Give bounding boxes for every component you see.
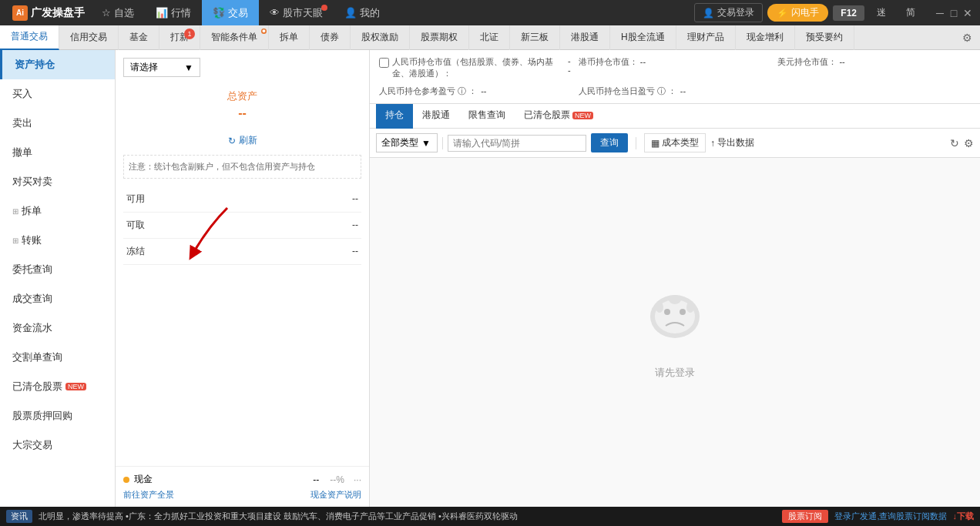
tab-putong[interactable]: 普通交易 bbox=[0, 25, 59, 50]
sidebar-item-pledge[interactable]: 股票质押回购 bbox=[0, 401, 115, 431]
sidebar-item-assets[interactable]: 资产持仓 bbox=[0, 50, 115, 79]
right-tab-position[interactable]: 持仓 bbox=[376, 104, 413, 129]
logo-icon: Ai bbox=[12, 5, 28, 21]
minimize-button[interactable]: ─ bbox=[934, 7, 946, 19]
restore-button[interactable]: □ bbox=[948, 7, 960, 19]
cleared-badge: NEW bbox=[65, 383, 86, 390]
tab-hgu[interactable]: H股全流通 bbox=[610, 25, 676, 50]
sidebar-item-transfer[interactable]: ⊞ 转账 bbox=[0, 226, 115, 255]
nav-wode[interactable]: 👤 我的 bbox=[334, 0, 391, 25]
nav-jiaoyi[interactable]: 💱 交易 bbox=[202, 0, 259, 25]
sidebar-item-dealquery[interactable]: 成交查询 bbox=[0, 284, 115, 313]
zixuan-icon: ☆ bbox=[102, 7, 111, 18]
day-profit-label: 人民币持仓当日盈亏 ⓘ ： bbox=[579, 86, 676, 95]
tab-zhinen-label: 智能条件单 bbox=[211, 31, 257, 44]
tab-xinyong-label: 信用交易 bbox=[70, 31, 107, 44]
flash-button[interactable]: ⚡ 闪电手 bbox=[767, 4, 828, 22]
nav-hangqing[interactable]: 📊 行情 bbox=[145, 0, 202, 25]
jian-button[interactable]: 简 bbox=[898, 4, 923, 22]
login-label: 交易登录 bbox=[717, 6, 754, 19]
sidebar-item-fundflow[interactable]: 资金流水 bbox=[0, 313, 115, 343]
tab-xianjin[interactable]: 现金增利 bbox=[736, 25, 795, 50]
tab-licai[interactable]: 理财产品 bbox=[676, 25, 736, 50]
cost-btn-label: 成本类型 bbox=[662, 136, 699, 149]
total-assets-section: 总资产 -- bbox=[123, 83, 361, 129]
asset-row-frozen: 冻结 -- bbox=[123, 239, 361, 265]
subscribe-button[interactable]: 股票订阅 bbox=[782, 510, 828, 523]
tab-zhinen[interactable]: 智能条件单 ● bbox=[200, 25, 269, 50]
type-select[interactable]: 全部类型 ▼ bbox=[376, 133, 438, 152]
mi-button[interactable]: 迷 bbox=[869, 4, 894, 22]
sidebar-item-cancel[interactable]: 撤单 bbox=[0, 138, 115, 167]
login-link[interactable]: 登录广发通,查询股票订阅数据 ↓下载 bbox=[834, 511, 974, 522]
withdrawable-label: 可取 bbox=[126, 219, 145, 232]
daxin-badge: 1 bbox=[184, 28, 195, 39]
sidebar-item-settlement[interactable]: 交割单查询 bbox=[0, 343, 115, 372]
export-button[interactable]: ↑ 导出数据 bbox=[710, 136, 754, 149]
right-tab-restricted[interactable]: 限售查询 bbox=[459, 104, 515, 129]
tab-chaiDan-label: 拆单 bbox=[280, 31, 298, 44]
app-name: 广发操盘手 bbox=[31, 6, 85, 20]
tab-zhaiquan[interactable]: 债券 bbox=[310, 25, 351, 50]
cash-more-icon[interactable]: ··· bbox=[354, 474, 361, 485]
settings-icon-btn[interactable]: ⚙ bbox=[964, 137, 974, 149]
cash-label: 现金 bbox=[134, 473, 153, 486]
pledge-label: 股票质押回购 bbox=[12, 409, 72, 423]
nav-hangqing-label: 行情 bbox=[171, 6, 191, 20]
sidebar-item-buy[interactable]: 买入 bbox=[0, 79, 115, 109]
title-bar: Ai 广发操盘手 ☆ 自选 📊 行情 💱 交易 👁 股市天眼 👤 我的 👤 交易… bbox=[0, 0, 980, 25]
cost-button[interactable]: ▦ 成本类型 bbox=[644, 133, 706, 152]
sidebar-item-entrustquery[interactable]: 委托查询 bbox=[0, 255, 115, 284]
tab-settings-icon[interactable]: ⚙ bbox=[955, 32, 980, 44]
query-button[interactable]: 查询 bbox=[591, 133, 628, 152]
transfer-label: 转账 bbox=[22, 233, 42, 247]
tab-jijin[interactable]: 基金 bbox=[119, 25, 159, 50]
tab-yushou[interactable]: 预受要约 bbox=[795, 25, 854, 50]
nav-gushitianya[interactable]: 👁 股市天眼 bbox=[259, 0, 334, 25]
tab-qiquan[interactable]: 股票期权 bbox=[410, 25, 469, 50]
tab-beizheng[interactable]: 北证 bbox=[469, 25, 510, 50]
close-button[interactable]: ✕ bbox=[962, 7, 974, 19]
tab-gangutong[interactable]: 港股通 bbox=[560, 25, 610, 50]
account-select[interactable]: 请选择 ▼ bbox=[123, 58, 200, 77]
tab-xinsanban[interactable]: 新三板 bbox=[510, 25, 560, 50]
code-input[interactable] bbox=[448, 135, 586, 152]
login-button[interactable]: 👤 交易登录 bbox=[694, 3, 763, 22]
sidebar-item-chaiDan2[interactable]: ⊞ 拆单 bbox=[0, 196, 115, 226]
sidebar-item-cleared[interactable]: 已清仓股票 NEW bbox=[0, 372, 115, 401]
sidebar-item-block[interactable]: 大宗交易 bbox=[0, 431, 115, 460]
total-assets-label: 总资产 bbox=[123, 89, 361, 103]
info-rmb-value: -- bbox=[568, 56, 572, 75]
cash-row: 现金 -- --% ··· bbox=[123, 473, 361, 486]
refresh-icon-btn[interactable]: ↻ bbox=[950, 137, 959, 149]
link-cash-explain[interactable]: 现金资产说明 bbox=[310, 489, 361, 501]
select-row: 请选择 ▼ bbox=[123, 58, 361, 77]
tab-xianjin-label: 现金增利 bbox=[747, 31, 784, 44]
dropdown-arrow: ▼ bbox=[184, 62, 193, 73]
right-tab-hkstock[interactable]: 港股通 bbox=[413, 104, 459, 129]
tab-chaiDan[interactable]: 拆单 bbox=[269, 25, 310, 50]
svg-point-6 bbox=[656, 302, 663, 313]
sidebar-item-buysell[interactable]: 对买对卖 bbox=[0, 167, 115, 196]
sidebar-item-sell[interactable]: 卖出 bbox=[0, 109, 115, 138]
right-icons: ↻ ⚙ bbox=[950, 137, 974, 149]
link-asset-landscape[interactable]: 前往资产全景 bbox=[123, 489, 174, 501]
right-panel: 人民币持仓市值（包括股票、债券、场内基金、港股通）： -- 港币持仓市值： --… bbox=[370, 50, 980, 507]
refresh-button[interactable]: ↻ 刷新 bbox=[123, 134, 361, 147]
withdrawable-value: -- bbox=[352, 219, 358, 230]
type-select-arrow: ▼ bbox=[421, 138, 431, 149]
ref-profit-label: 人民币持仓参考盈亏 ⓘ ： bbox=[379, 86, 477, 95]
tab-daxin[interactable]: 打新 1 bbox=[159, 25, 200, 50]
export-icon: ↑ bbox=[710, 138, 715, 149]
tab-xinyong[interactable]: 信用交易 bbox=[59, 25, 119, 50]
nav-zixuan[interactable]: ☆ 自选 bbox=[91, 0, 145, 25]
day-profit-value: -- bbox=[680, 86, 686, 95]
info-checkbox[interactable] bbox=[379, 58, 389, 68]
info-day-profit: 人民币持仓当日盈亏 ⓘ ： -- bbox=[579, 85, 971, 97]
tab-guquan[interactable]: 股权激励 bbox=[351, 25, 410, 50]
total-assets-value: -- bbox=[123, 106, 361, 120]
f12-button[interactable]: F12 bbox=[833, 5, 864, 21]
right-tab-cleared2[interactable]: 已清仓股票 NEW bbox=[515, 104, 602, 129]
download-label: ↓下载 bbox=[953, 511, 975, 521]
expand-icon: ⊞ bbox=[12, 207, 18, 216]
